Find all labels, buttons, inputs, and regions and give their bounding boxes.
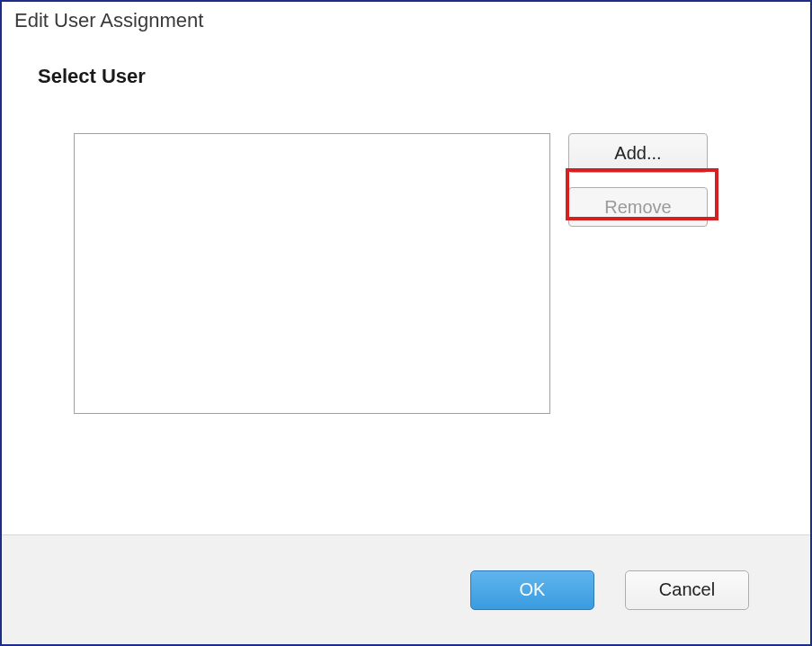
dialog-title: Edit User Assignment — [2, 2, 810, 38]
cancel-button[interactable]: Cancel — [625, 570, 749, 610]
dialog-content: Select User Add... Remove — [2, 38, 810, 534]
remove-button: Remove — [568, 187, 708, 227]
dialog-footer: OK Cancel — [2, 534, 810, 644]
dialog-window: Edit User Assignment Select User Add... … — [0, 0, 812, 646]
user-listbox[interactable] — [74, 133, 550, 414]
ok-button[interactable]: OK — [470, 570, 594, 610]
user-selection-row: Add... Remove — [74, 133, 774, 414]
add-button[interactable]: Add... — [568, 133, 708, 173]
select-user-heading: Select User — [38, 65, 774, 88]
list-side-buttons: Add... Remove — [568, 133, 708, 227]
